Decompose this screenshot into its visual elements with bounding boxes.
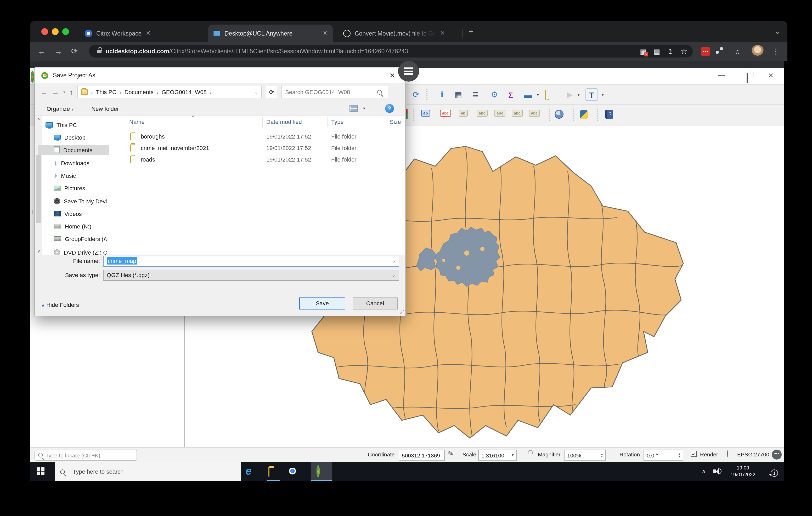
internet-explorer-icon[interactable]: e xyxy=(245,465,252,477)
breadcrumb-this-pc[interactable]: This PC xyxy=(96,89,116,95)
save-as-type-select[interactable]: QGZ files (*.qgz) ⌄ xyxy=(103,270,399,280)
toolbar-handle[interactable] xyxy=(413,109,415,121)
sidebar-item-groupfolders[interactable]: GroupFolders (\\ xyxy=(54,234,107,244)
window-restore-icon[interactable] xyxy=(747,73,748,83)
back-icon[interactable]: ← xyxy=(38,47,46,55)
dialog-search-input[interactable] xyxy=(285,89,377,95)
file-name-input[interactable]: crime_map ⌄ xyxy=(103,255,399,266)
rotation-input[interactable]: 0.0 °▴▾ xyxy=(643,450,683,461)
text-annotation-dropdown-icon[interactable]: ▾ xyxy=(602,93,604,97)
tab-desktop-ucl-anywhere[interactable]: Desktop@UCL Anywhere ✕ xyxy=(208,25,333,42)
start-button[interactable] xyxy=(37,467,45,475)
save-button[interactable]: Save xyxy=(299,298,345,309)
bookmark-star-icon[interactable]: ☆ xyxy=(680,47,688,56)
tab-close-icon[interactable]: ✕ xyxy=(323,30,327,37)
save-as-type-dropdown-icon[interactable]: ⌄ xyxy=(392,272,396,278)
breadcrumb-current-folder[interactable]: GEOG0014_W08 xyxy=(162,89,207,95)
view-options-dropdown-icon[interactable]: ▾ xyxy=(363,106,365,111)
window-minimize-icon[interactable]: — xyxy=(718,71,725,79)
breadcrumb-dropdown-icon[interactable]: ⌄ xyxy=(255,90,258,94)
resize-grip[interactable] xyxy=(400,310,404,314)
mac-zoom-button[interactable] xyxy=(62,28,69,35)
locate-input[interactable]: Type to locate (Ctrl+K) xyxy=(34,450,137,461)
new-tab-button[interactable]: + xyxy=(469,27,473,35)
toolbar-handle[interactable] xyxy=(573,109,575,121)
sidebar-item-videos[interactable]: Videos xyxy=(54,209,82,218)
qgis-taskbar-button[interactable] xyxy=(311,462,332,481)
label-highlight-icon[interactable]: abc xyxy=(440,110,451,117)
file-explorer-icon[interactable] xyxy=(268,467,269,477)
attribute-table-icon[interactable]: ▦ xyxy=(452,88,465,101)
clipboard-icon[interactable]: ▤ xyxy=(654,47,660,55)
address-bar[interactable]: ucldesktop.cloud.com/Citrix/StoreWeb/cli… xyxy=(89,45,693,58)
magnifier-input[interactable]: 100%▴▾ xyxy=(564,450,606,461)
run-feature-action-icon[interactable]: ▶ xyxy=(563,88,576,101)
sidebar-item-dvd-drive[interactable]: DVD Drive (Z:) C xyxy=(54,247,107,254)
sidebar-item-this-pc[interactable]: This PC xyxy=(46,120,77,130)
sidebar-item-music[interactable]: ♪Music xyxy=(54,171,76,180)
tab-convert-movie[interactable]: Convert Movie(.mov) file to Gif ✕ xyxy=(338,25,456,42)
citrix-menu-button[interactable] xyxy=(398,61,419,82)
sidebar-item-pictures[interactable]: Pictures xyxy=(54,183,85,193)
sidebar-item-documents[interactable]: Documents xyxy=(38,145,109,155)
run-feature-action-dropdown-icon[interactable]: ▾ xyxy=(578,93,580,97)
breadcrumb[interactable]: › This PC › Documents › GEOG0014_W08 › ⌄ xyxy=(78,86,262,98)
map-tips-icon[interactable] xyxy=(545,90,546,100)
scrollbar-thumb[interactable] xyxy=(36,155,41,223)
measure-icon[interactable]: ▬ xyxy=(522,88,534,101)
nav-forward-icon[interactable]: → xyxy=(52,88,59,96)
dialog-close-icon[interactable]: ✕ xyxy=(385,70,399,80)
sum-features-icon[interactable]: Σ xyxy=(504,88,517,101)
crs-value[interactable]: EPSG:27700 xyxy=(737,451,770,457)
label-pin-icon[interactable]: ab xyxy=(421,110,430,117)
reload-icon[interactable]: ⟳ xyxy=(71,47,78,56)
coordinate-input[interactable]: 500312,171869 xyxy=(399,450,445,461)
scroll-up-icon[interactable]: ∧ xyxy=(35,116,42,121)
cancel-button[interactable]: Cancel xyxy=(353,298,398,309)
render-checkbox[interactable]: ✓ xyxy=(691,451,697,457)
sidebar-item-downloads[interactable]: ↓Downloads xyxy=(54,158,89,168)
toolbar-handle[interactable] xyxy=(427,89,429,100)
sidebar-item-desktop[interactable]: Desktop xyxy=(54,132,86,142)
mac-minimize-button[interactable] xyxy=(52,28,59,35)
tab-citrix-workspace[interactable]: Citrix Workspace ✕ xyxy=(80,25,156,42)
dialog-title-bar[interactable]: Save Project As ✕ xyxy=(35,67,405,83)
column-header-name[interactable]: Name xyxy=(129,119,145,125)
sidebar-scrollbar[interactable]: ∧ ∨ xyxy=(35,116,42,254)
messages-icon[interactable]: ••• xyxy=(772,450,782,459)
text-annotation-icon[interactable]: T xyxy=(585,88,598,101)
view-options-icon[interactable] xyxy=(349,105,358,112)
nav-up-icon[interactable]: ↑ xyxy=(69,88,73,96)
media-queue-icon[interactable]: ♫ xyxy=(734,47,740,55)
column-header-type[interactable]: Type xyxy=(331,119,344,125)
organize-button[interactable]: Organize ▾ xyxy=(47,105,74,112)
column-header-date[interactable]: Date modified xyxy=(266,119,302,125)
scale-combo[interactable]: 1:316100▾ xyxy=(478,450,517,461)
identify-features-icon[interactable]: ℹ xyxy=(436,88,448,101)
sidebar-item-save-to-my-device[interactable]: Save To My Devi xyxy=(54,196,107,206)
toolbar-handle[interactable] xyxy=(597,109,599,121)
refresh-button[interactable]: ⟳ xyxy=(266,86,277,98)
refresh-map-icon[interactable]: ⟳ xyxy=(410,88,422,101)
file-name-dropdown-icon[interactable]: ⌄ xyxy=(392,258,396,264)
scroll-down-icon[interactable]: ∨ xyxy=(35,249,42,253)
tab-search-chevron-icon[interactable]: ⌄ xyxy=(774,27,781,36)
window-close-icon[interactable]: ✕ xyxy=(768,72,774,80)
forward-icon[interactable]: → xyxy=(54,47,62,55)
tab-close-icon[interactable]: ✕ xyxy=(440,30,445,37)
taskbar-search[interactable]: Type here to search xyxy=(55,462,241,481)
breadcrumb-documents[interactable]: Documents xyxy=(124,89,153,95)
crs-globe-icon[interactable] xyxy=(727,450,728,457)
volume-icon[interactable] xyxy=(713,468,722,474)
extents-icon[interactable]: ✎ xyxy=(447,449,455,458)
cast-stop-icon[interactable]: ▣✕ xyxy=(640,47,646,55)
share-icon[interactable]: ↥ xyxy=(667,47,673,55)
file-row-boroughs[interactable]: boroughs 19/01/2022 17:52 File folder xyxy=(118,131,405,142)
help-icon[interactable]: ? xyxy=(605,110,613,119)
processing-toolbox-icon[interactable]: ⚙ xyxy=(488,88,501,101)
url-text[interactable]: ucldesktop.cloud.com/Citrix/StoreWeb/cli… xyxy=(106,48,633,54)
python-console-icon[interactable] xyxy=(580,110,588,119)
profile-avatar[interactable] xyxy=(751,45,764,58)
tab-close-icon[interactable]: ✕ xyxy=(146,30,150,37)
new-folder-button[interactable]: New folder xyxy=(91,105,119,112)
